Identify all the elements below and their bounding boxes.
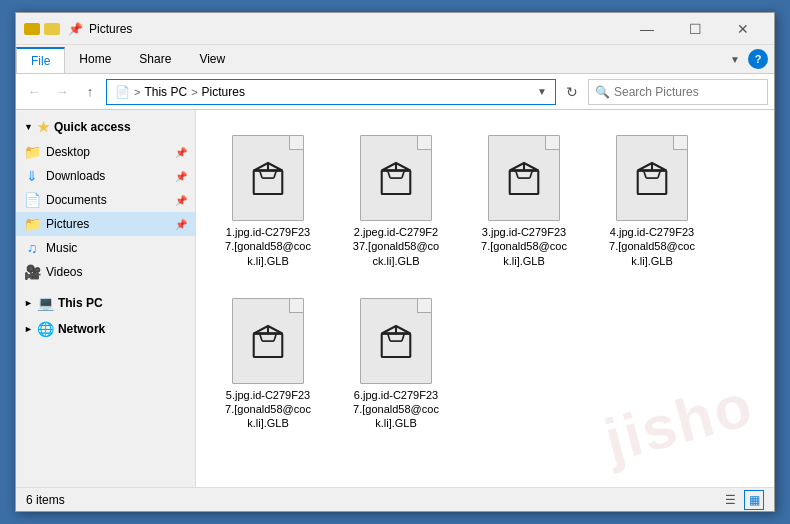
pictures-icon: 📁	[24, 216, 40, 232]
sidebar-item-documents[interactable]: 📄 Documents 📌	[16, 188, 195, 212]
sidebar-label-music: Music	[46, 241, 77, 255]
list-view-button[interactable]: ☰	[720, 490, 740, 510]
svg-line-5	[274, 171, 277, 179]
search-box[interactable]: 🔍	[588, 79, 768, 105]
file-item-5[interactable]: 5.jpg.id-C279F237.[gonald58@cock.li].GLB	[208, 285, 328, 440]
quick-access-header[interactable]: ▼ ★ Quick access	[16, 114, 195, 140]
downloads-icon: ⇓	[24, 168, 40, 184]
back-button[interactable]: ←	[22, 80, 46, 104]
svg-rect-21	[638, 171, 667, 195]
pin-pictures: 📌	[175, 219, 187, 230]
star-icon: ★	[37, 119, 50, 135]
close-button[interactable]: ✕	[720, 14, 766, 44]
svg-rect-14	[510, 171, 539, 195]
path-dropdown-arrow[interactable]: ▼	[537, 86, 547, 97]
pin-icon: 📌	[68, 22, 83, 36]
file-corner-3	[545, 136, 559, 150]
maximize-button[interactable]: ☐	[672, 14, 718, 44]
main-content: ▼ ★ Quick access 📁 Desktop 📌 ⇓ Downloads…	[16, 110, 774, 487]
forward-button[interactable]: →	[50, 80, 74, 104]
files-grid: 1.jpg.id-C279F237.[gonald58@cock.li].GLB	[208, 122, 762, 440]
file-item-3[interactable]: 3.jpg.id-C279F237.[gonald58@cock.li].GLB	[464, 122, 584, 277]
pin-documents: 📌	[175, 195, 187, 206]
explorer-window: 📌 Pictures — ☐ ✕ File Home Share View ▼ …	[15, 12, 775, 512]
pin-desktop: 📌	[175, 147, 187, 158]
svg-line-18	[516, 171, 519, 179]
grid-view-button[interactable]: ▦	[744, 490, 764, 510]
file-name-4: 4.jpg.id-C279F237.[gonald58@cock.li].GLB	[609, 225, 695, 268]
svg-rect-28	[254, 333, 283, 357]
file-corner-1	[289, 136, 303, 150]
tab-share[interactable]: Share	[125, 45, 185, 73]
box-icon-1	[247, 157, 289, 199]
file-item-6[interactable]: 6.jpg.id-C279F237.[gonald58@cock.li].GLB	[336, 285, 456, 440]
svg-line-25	[644, 171, 647, 179]
network-label: Network	[58, 322, 105, 336]
up-button[interactable]: ↑	[78, 80, 102, 104]
file-item-4[interactable]: 4.jpg.id-C279F237.[gonald58@cock.li].GLB	[592, 122, 712, 277]
network-icon: 🌐	[37, 321, 54, 337]
sidebar-label-downloads: Downloads	[46, 169, 105, 183]
file-name-2: 2.jpeg.id-C279F237.[gonald58@cock.li].GL…	[353, 225, 439, 268]
sidebar-item-desktop[interactable]: 📁 Desktop 📌	[16, 140, 195, 164]
file-corner-2	[417, 136, 431, 150]
quick-access-chevron: ▼	[24, 122, 33, 132]
path-sep-1: >	[134, 86, 140, 98]
this-pc-header[interactable]: ► 💻 This PC	[16, 290, 195, 316]
ribbon-right: ▼ ?	[726, 45, 774, 73]
sidebar-item-videos[interactable]: 🎥 Videos	[16, 260, 195, 284]
file-item-2[interactable]: 2.jpeg.id-C279F237.[gonald58@cock.li].GL…	[336, 122, 456, 277]
address-path[interactable]: 📄 > This PC > Pictures ▼	[106, 79, 556, 105]
file-corner-6	[417, 299, 431, 313]
network-header[interactable]: ► 🌐 Network	[16, 316, 195, 342]
network-chevron: ►	[24, 324, 33, 334]
box-icon-4	[631, 157, 673, 199]
sidebar-label-pictures: Pictures	[46, 217, 89, 231]
file-area: jisho	[196, 110, 774, 487]
tab-view[interactable]: View	[185, 45, 239, 73]
sidebar-item-downloads[interactable]: ⇓ Downloads 📌	[16, 164, 195, 188]
box-icon-2	[375, 157, 417, 199]
title-controls: — ☐ ✕	[624, 14, 766, 44]
ribbon: File Home Share View ▼ ?	[16, 45, 774, 74]
ribbon-tabs: File Home Share View ▼ ?	[16, 45, 774, 73]
minimize-button[interactable]: —	[624, 14, 670, 44]
address-bar: ← → ↑ 📄 > This PC > Pictures ▼ ↻ 🔍	[16, 74, 774, 110]
file-icon-1	[228, 131, 308, 221]
tab-home[interactable]: Home	[65, 45, 125, 73]
refresh-button[interactable]: ↻	[560, 80, 584, 104]
this-pc-chevron: ►	[24, 298, 33, 308]
file-name-6: 6.jpg.id-C279F237.[gonald58@cock.li].GLB	[353, 388, 439, 431]
box-icon-6	[375, 320, 417, 362]
svg-line-19	[530, 171, 533, 179]
file-icon-6	[356, 294, 436, 384]
path-this-pc: This PC	[144, 85, 187, 99]
sidebar-item-pictures[interactable]: 📁 Pictures 📌	[16, 212, 195, 236]
path-icon: 📄	[115, 85, 130, 99]
ribbon-collapse-arrow[interactable]: ▼	[726, 52, 744, 67]
title-icon-2	[44, 23, 60, 35]
svg-line-12	[402, 171, 405, 179]
svg-line-40	[402, 333, 405, 341]
svg-line-33	[274, 333, 277, 341]
file-item-1[interactable]: 1.jpg.id-C279F237.[gonald58@cock.li].GLB	[208, 122, 328, 277]
status-right: ☰ ▦	[720, 490, 764, 510]
svg-rect-7	[382, 171, 411, 195]
file-icon-4	[612, 131, 692, 221]
this-pc-icon: 💻	[37, 295, 54, 311]
search-icon: 🔍	[595, 85, 610, 99]
music-icon: ♫	[24, 240, 40, 256]
file-corner-5	[289, 299, 303, 313]
svg-line-11	[388, 171, 391, 179]
documents-icon: 📄	[24, 192, 40, 208]
box-icon-5	[247, 320, 289, 362]
sidebar-item-music[interactable]: ♫ Music	[16, 236, 195, 260]
help-button[interactable]: ?	[748, 49, 768, 69]
status-bar: 6 items ☰ ▦	[16, 487, 774, 511]
svg-rect-0	[254, 171, 283, 195]
path-pictures: Pictures	[202, 85, 245, 99]
search-input[interactable]	[614, 85, 764, 99]
title-bar: 📌 Pictures — ☐ ✕	[16, 13, 774, 45]
tab-file[interactable]: File	[16, 47, 65, 73]
desktop-icon: 📁	[24, 144, 40, 160]
